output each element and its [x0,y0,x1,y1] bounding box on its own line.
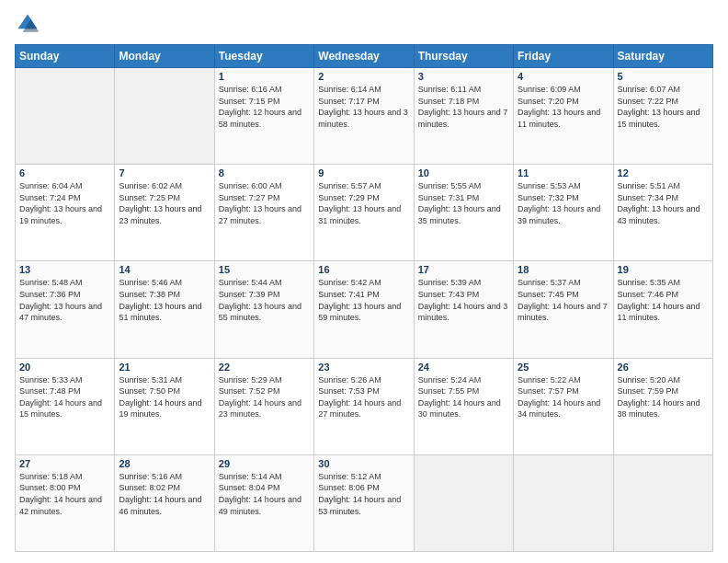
header [15,11,713,37]
day-number: 4 [518,71,609,82]
day-number: 29 [219,458,310,469]
day-number: 5 [618,71,709,82]
calendar-week-5: 27Sunrise: 5:18 AMSunset: 8:00 PMDayligh… [16,454,713,551]
day-detail: Sunrise: 5:18 AMSunset: 8:00 PMDaylight:… [19,471,110,517]
weekday-header-tuesday: Tuesday [214,45,313,68]
day-detail: Sunrise: 5:51 AMSunset: 7:34 PMDaylight:… [618,180,709,226]
calendar-cell: 5Sunrise: 6:07 AMSunset: 7:22 PMDaylight… [613,68,712,165]
day-detail: Sunrise: 5:26 AMSunset: 7:53 PMDaylight:… [318,374,409,420]
page: SundayMondayTuesdayWednesdayThursdayFrid… [0,0,728,563]
calendar-cell [613,454,712,551]
calendar-cell [414,454,513,551]
day-detail: Sunrise: 5:42 AMSunset: 7:41 PMDaylight:… [318,277,409,323]
calendar-cell: 7Sunrise: 6:02 AMSunset: 7:25 PMDaylight… [115,165,214,261]
day-number: 23 [318,362,409,373]
day-detail: Sunrise: 5:20 AMSunset: 7:59 PMDaylight:… [618,374,709,420]
day-number: 25 [518,362,609,373]
day-detail: Sunrise: 5:44 AMSunset: 7:39 PMDaylight:… [219,277,310,323]
calendar-cell: 27Sunrise: 5:18 AMSunset: 8:00 PMDayligh… [16,454,115,551]
day-number: 14 [119,264,210,275]
day-detail: Sunrise: 6:14 AMSunset: 7:17 PMDaylight:… [318,84,409,130]
day-detail: Sunrise: 5:35 AMSunset: 7:46 PMDaylight:… [618,277,709,323]
logo [15,11,44,37]
day-detail: Sunrise: 5:37 AMSunset: 7:45 PMDaylight:… [518,277,609,323]
day-detail: Sunrise: 5:12 AMSunset: 8:06 PMDaylight:… [318,471,409,517]
calendar-week-4: 20Sunrise: 5:33 AMSunset: 7:48 PMDayligh… [16,358,713,454]
calendar-cell: 2Sunrise: 6:14 AMSunset: 7:17 PMDaylight… [314,68,414,165]
day-detail: Sunrise: 5:53 AMSunset: 7:32 PMDaylight:… [518,180,609,226]
day-detail: Sunrise: 5:31 AMSunset: 7:50 PMDaylight:… [119,374,210,420]
day-number: 28 [119,458,210,469]
day-number: 2 [318,71,409,82]
day-number: 3 [418,71,509,82]
weekday-header-saturday: Saturday [613,45,712,68]
calendar-header: SundayMondayTuesdayWednesdayThursdayFrid… [16,45,713,68]
weekday-header-thursday: Thursday [414,45,513,68]
day-detail: Sunrise: 5:24 AMSunset: 7:55 PMDaylight:… [418,374,509,420]
calendar-cell: 3Sunrise: 6:11 AMSunset: 7:18 PMDaylight… [414,68,513,165]
calendar-cell: 1Sunrise: 6:16 AMSunset: 7:15 PMDaylight… [214,68,313,165]
day-detail: Sunrise: 5:33 AMSunset: 7:48 PMDaylight:… [19,374,110,420]
day-number: 30 [318,458,409,469]
day-number: 12 [618,167,709,178]
day-number: 1 [219,71,310,82]
day-number: 8 [219,167,310,178]
calendar-cell: 30Sunrise: 5:12 AMSunset: 8:06 PMDayligh… [314,454,414,551]
calendar-cell: 16Sunrise: 5:42 AMSunset: 7:41 PMDayligh… [314,261,414,358]
day-number: 19 [618,264,709,275]
calendar-cell: 18Sunrise: 5:37 AMSunset: 7:45 PMDayligh… [514,261,613,358]
day-detail: Sunrise: 5:57 AMSunset: 7:29 PMDaylight:… [318,180,409,226]
calendar-cell: 4Sunrise: 6:09 AMSunset: 7:20 PMDaylight… [514,68,613,165]
calendar-cell: 17Sunrise: 5:39 AMSunset: 7:43 PMDayligh… [414,261,513,358]
calendar-cell: 14Sunrise: 5:46 AMSunset: 7:38 PMDayligh… [115,261,214,358]
calendar-week-2: 6Sunrise: 6:04 AMSunset: 7:24 PMDaylight… [16,165,713,261]
day-detail: Sunrise: 5:14 AMSunset: 8:04 PMDaylight:… [219,471,310,517]
calendar-cell: 29Sunrise: 5:14 AMSunset: 8:04 PMDayligh… [214,454,313,551]
calendar-cell: 15Sunrise: 5:44 AMSunset: 7:39 PMDayligh… [214,261,313,358]
calendar-cell [115,68,214,165]
day-number: 7 [119,167,210,178]
day-detail: Sunrise: 5:55 AMSunset: 7:31 PMDaylight:… [418,180,509,226]
day-detail: Sunrise: 5:48 AMSunset: 7:36 PMDaylight:… [19,277,110,323]
day-detail: Sunrise: 6:04 AMSunset: 7:24 PMDaylight:… [19,180,110,226]
calendar-cell: 8Sunrise: 6:00 AMSunset: 7:27 PMDaylight… [214,165,313,261]
calendar-cell: 22Sunrise: 5:29 AMSunset: 7:52 PMDayligh… [214,358,313,454]
calendar-cell: 23Sunrise: 5:26 AMSunset: 7:53 PMDayligh… [314,358,414,454]
day-detail: Sunrise: 5:16 AMSunset: 8:02 PMDaylight:… [119,471,210,517]
calendar-cell: 19Sunrise: 5:35 AMSunset: 7:46 PMDayligh… [613,261,712,358]
calendar-cell: 12Sunrise: 5:51 AMSunset: 7:34 PMDayligh… [613,165,712,261]
calendar-cell: 9Sunrise: 5:57 AMSunset: 7:29 PMDaylight… [314,165,414,261]
weekday-row: SundayMondayTuesdayWednesdayThursdayFrid… [16,45,713,68]
weekday-header-sunday: Sunday [16,45,115,68]
day-detail: Sunrise: 6:16 AMSunset: 7:15 PMDaylight:… [219,84,310,130]
day-detail: Sunrise: 6:00 AMSunset: 7:27 PMDaylight:… [219,180,310,226]
calendar-cell: 10Sunrise: 5:55 AMSunset: 7:31 PMDayligh… [414,165,513,261]
day-detail: Sunrise: 6:07 AMSunset: 7:22 PMDaylight:… [618,84,709,130]
calendar-cell [16,68,115,165]
day-number: 20 [19,362,110,373]
day-number: 15 [219,264,310,275]
day-number: 17 [418,264,509,275]
calendar-body: 1Sunrise: 6:16 AMSunset: 7:15 PMDaylight… [16,68,713,552]
calendar-cell: 6Sunrise: 6:04 AMSunset: 7:24 PMDaylight… [16,165,115,261]
calendar-cell: 24Sunrise: 5:24 AMSunset: 7:55 PMDayligh… [414,358,513,454]
calendar-table: SundayMondayTuesdayWednesdayThursdayFrid… [15,44,713,552]
calendar-cell: 21Sunrise: 5:31 AMSunset: 7:50 PMDayligh… [115,358,214,454]
calendar-cell: 28Sunrise: 5:16 AMSunset: 8:02 PMDayligh… [115,454,214,551]
calendar-cell: 20Sunrise: 5:33 AMSunset: 7:48 PMDayligh… [16,358,115,454]
day-detail: Sunrise: 6:11 AMSunset: 7:18 PMDaylight:… [418,84,509,130]
calendar-cell: 13Sunrise: 5:48 AMSunset: 7:36 PMDayligh… [16,261,115,358]
day-detail: Sunrise: 6:02 AMSunset: 7:25 PMDaylight:… [119,180,210,226]
day-number: 22 [219,362,310,373]
weekday-header-friday: Friday [514,45,613,68]
day-detail: Sunrise: 5:46 AMSunset: 7:38 PMDaylight:… [119,277,210,323]
day-number: 10 [418,167,509,178]
day-number: 6 [19,167,110,178]
day-number: 11 [518,167,609,178]
calendar-cell: 11Sunrise: 5:53 AMSunset: 7:32 PMDayligh… [514,165,613,261]
day-number: 21 [119,362,210,373]
day-number: 24 [418,362,509,373]
weekday-header-wednesday: Wednesday [314,45,414,68]
calendar-cell [514,454,613,551]
day-detail: Sunrise: 5:29 AMSunset: 7:52 PMDaylight:… [219,374,310,420]
